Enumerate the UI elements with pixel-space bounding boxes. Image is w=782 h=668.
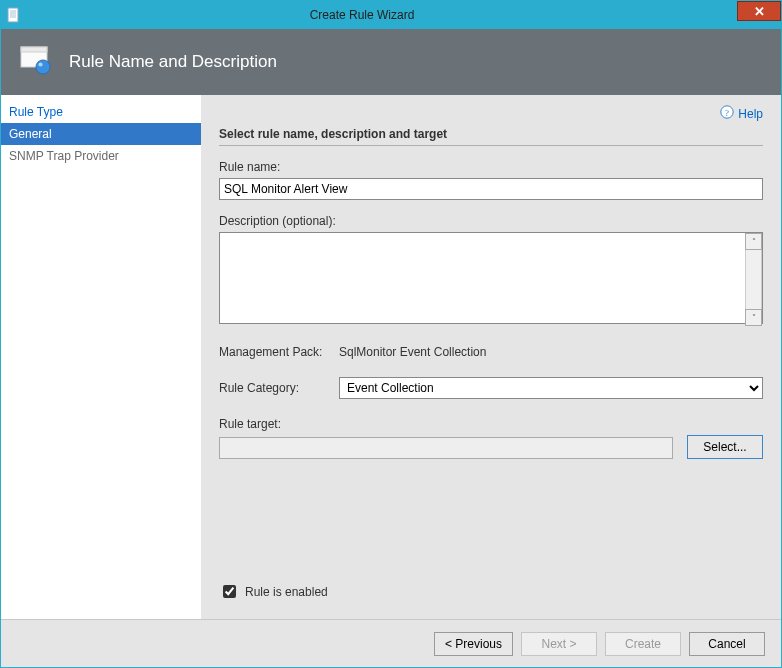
title-bar: Create Rule Wizard ✕ xyxy=(1,1,781,29)
rule-target-input xyxy=(219,437,673,459)
management-pack-label: Management Pack: xyxy=(219,345,339,359)
sidebar-item-snmp-trap-provider[interactable]: SNMP Trap Provider xyxy=(1,145,201,167)
svg-text:?: ? xyxy=(725,108,729,118)
rule-name-label: Rule name: xyxy=(219,160,763,174)
help-link[interactable]: ? Help xyxy=(720,105,763,122)
scroll-down-icon[interactable]: ˅ xyxy=(745,309,762,326)
previous-button[interactable]: < Previous xyxy=(434,632,513,656)
scroll-track[interactable] xyxy=(745,250,762,309)
scrollbar[interactable]: ˄ ˅ xyxy=(745,233,762,326)
svg-rect-2 xyxy=(21,47,47,52)
select-target-button[interactable]: Select... xyxy=(687,435,763,459)
close-button[interactable]: ✕ xyxy=(737,1,781,21)
wizard-content: ? Help Select rule name, description and… xyxy=(201,95,781,619)
window-title: Create Rule Wizard xyxy=(0,8,737,22)
svg-point-3 xyxy=(36,60,50,74)
management-pack-value: SqlMonitor Event Collection xyxy=(339,345,486,359)
next-button: Next > xyxy=(521,632,597,656)
scroll-up-icon[interactable]: ˄ xyxy=(745,233,762,250)
description-textarea[interactable] xyxy=(219,232,763,324)
wizard-body: Rule Type General SNMP Trap Provider ? H… xyxy=(1,95,781,619)
wizard-window: Create Rule Wizard ✕ Rule Name and Descr… xyxy=(0,0,782,668)
rule-category-label: Rule Category: xyxy=(219,381,339,395)
rule-category-select[interactable]: Event Collection xyxy=(339,377,763,399)
description-label: Description (optional): xyxy=(219,214,763,228)
help-icon: ? xyxy=(720,105,734,122)
wizard-banner: Rule Name and Description xyxy=(1,29,781,95)
rule-enabled-label: Rule is enabled xyxy=(245,585,328,599)
close-icon: ✕ xyxy=(754,5,765,18)
svg-point-4 xyxy=(38,62,42,66)
rule-enabled-checkbox[interactable] xyxy=(223,585,236,598)
wizard-footer: < Previous Next > Create Cancel xyxy=(1,619,781,667)
section-heading: Select rule name, description and target xyxy=(219,101,763,146)
wizard-icon xyxy=(19,45,55,80)
sidebar-item-rule-type[interactable]: Rule Type xyxy=(1,101,201,123)
sidebar-item-general[interactable]: General xyxy=(1,123,201,145)
help-label: Help xyxy=(738,107,763,121)
rule-target-label: Rule target: xyxy=(219,417,763,431)
create-button: Create xyxy=(605,632,681,656)
rule-name-input[interactable] xyxy=(219,178,763,200)
wizard-steps-sidebar: Rule Type General SNMP Trap Provider xyxy=(1,95,201,619)
wizard-step-heading: Rule Name and Description xyxy=(69,52,277,72)
cancel-button[interactable]: Cancel xyxy=(689,632,765,656)
